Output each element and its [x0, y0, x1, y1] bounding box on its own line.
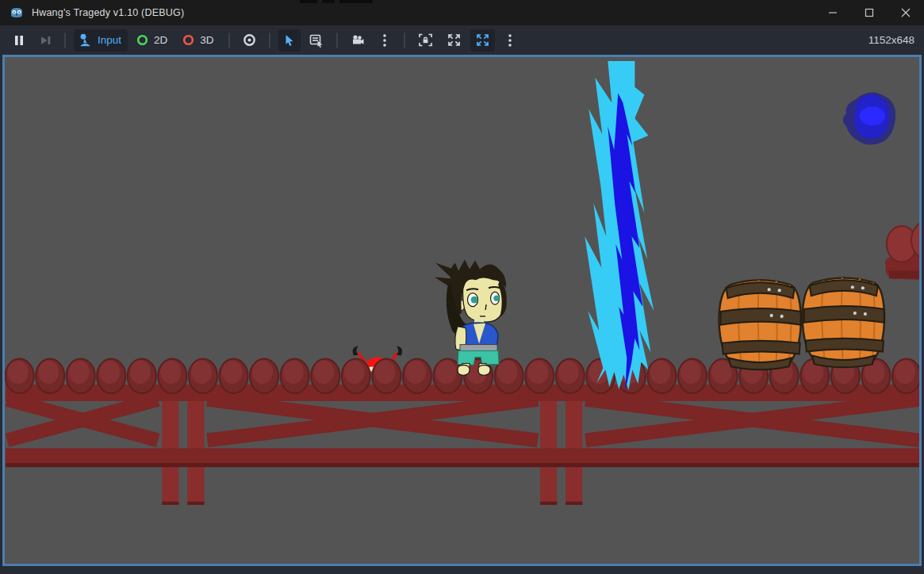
bridge-post-shadow: [540, 502, 557, 505]
view-options-menu-button[interactable]: [499, 29, 521, 52]
toolbar-separator: [336, 33, 338, 48]
character-belt: [460, 345, 497, 351]
character-eye: [471, 297, 478, 304]
2d-ring-icon: [136, 34, 148, 46]
toolbar-separator: [228, 33, 230, 48]
barrel-1: [719, 280, 800, 369]
titlebar: Hwang's Tragedy v1.10 (DEBUG): [0, 0, 924, 25]
debug-2d-label: 2D: [154, 35, 169, 46]
debug-3d-label: 3D: [200, 35, 215, 46]
input-toggle-label: Input: [98, 35, 123, 46]
cursor-arrow-icon: [283, 34, 296, 47]
eye-icon: [243, 33, 256, 47]
debug-3d-button[interactable]: 3D: [178, 29, 220, 52]
bridge-knob-highlight: [895, 360, 915, 384]
bridge-knob-highlight: [374, 360, 395, 384]
bridge-knob-highlight: [160, 360, 181, 384]
select-list-button[interactable]: [305, 29, 328, 52]
godot-app-icon: [10, 6, 24, 20]
bridge-knob-highlight: [191, 360, 212, 384]
toolbar-separator: [404, 33, 405, 48]
resolution-readout: 1152x648: [868, 34, 914, 46]
fit-window-button[interactable]: [442, 29, 466, 52]
bridge-post-shadow: [162, 502, 178, 505]
bridge-knob-highlight: [221, 360, 242, 384]
bridge-knob-highlight: [99, 360, 120, 384]
bridge-knob-highlight: [650, 360, 670, 384]
game-scene: [5, 57, 919, 564]
bridge-knob-highlight: [435, 360, 456, 384]
toolbar-separator: [64, 33, 66, 48]
camera-options-menu-button[interactable]: [374, 29, 396, 52]
bridge-knob-highlight: [681, 360, 701, 384]
debugger-toolbar: Input 2D 3D: [0, 25, 924, 55]
step-frame-button[interactable]: [34, 29, 56, 52]
joystick-icon: [79, 33, 92, 47]
bridge-knob-highlight: [497, 360, 518, 384]
bridge-knob-highlight: [8, 360, 29, 384]
bridge-knob-highlight: [252, 360, 273, 384]
bridge-knob-highlight: [38, 360, 59, 384]
pause-icon: [13, 35, 25, 46]
visibility-button[interactable]: [238, 29, 261, 52]
3d-ring-icon: [182, 34, 194, 46]
pause-button[interactable]: [8, 29, 30, 52]
kebab-menu-icon: [508, 33, 512, 48]
step-frame-icon: [40, 35, 51, 46]
close-button[interactable]: [888, 0, 924, 25]
toolbar-separator: [269, 33, 270, 48]
frame-lock-icon: [418, 33, 433, 48]
select-mode-button[interactable]: [278, 29, 301, 52]
camera-override-button[interactable]: [346, 29, 370, 52]
background-window-artifact: [339, 0, 373, 3]
camera-icon: [351, 33, 365, 48]
minimize-button[interactable]: [815, 0, 851, 25]
game-viewport[interactable]: [2, 55, 922, 566]
lock-viewport-button[interactable]: [413, 29, 438, 52]
list-select-icon: [309, 33, 324, 48]
kebab-menu-icon: [382, 33, 387, 48]
bridge-knob-highlight: [558, 360, 579, 384]
barrel-2: [803, 277, 884, 367]
debug-2d-button[interactable]: 2D: [132, 29, 174, 52]
character-eye: [493, 295, 500, 301]
bridge-knob-highlight: [711, 360, 732, 384]
window-title: Hwang's Tragedy v1.10 (DEBUG): [32, 7, 184, 18]
bridge-knob-highlight: [69, 360, 90, 384]
input-toggle-button[interactable]: Input: [74, 29, 128, 52]
bridge-lower-beam-shadow: [6, 463, 919, 467]
bridge-knob-highlight: [283, 360, 304, 384]
background-window-artifact: [300, 0, 317, 3]
bridge-knob-highlight: [527, 360, 548, 384]
background-window-artifact: [322, 0, 335, 3]
window-controls: [815, 0, 924, 25]
bridge-knob-highlight: [405, 360, 426, 384]
bridge-post-shadow: [566, 502, 582, 505]
bridge-knob-highlight: [344, 360, 365, 384]
shrink-arrows-icon: [447, 33, 462, 48]
bridge-knob-highlight: [313, 360, 334, 384]
maximize-button[interactable]: [851, 0, 888, 25]
bridge-post-shadow: [187, 502, 204, 505]
expand-window-button[interactable]: [470, 29, 495, 52]
bridge-knob-highlight: [130, 360, 151, 384]
expand-arrows-icon: [475, 33, 490, 48]
